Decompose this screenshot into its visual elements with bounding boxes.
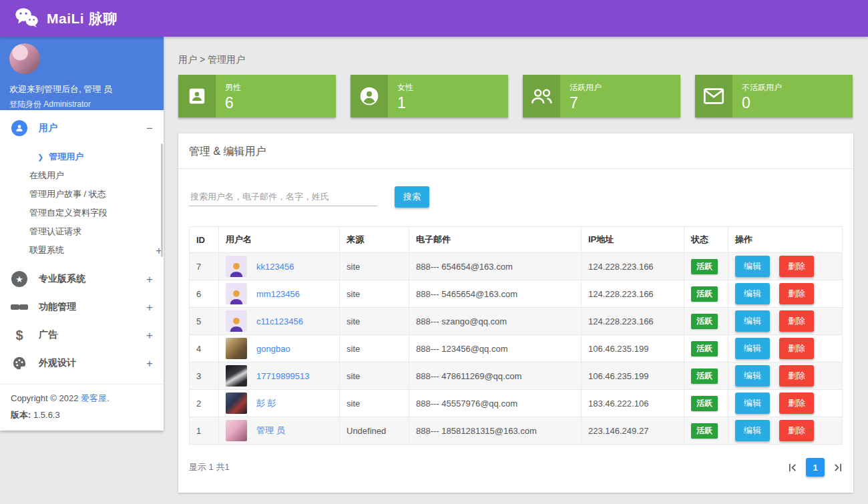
col-actions: 操作 [728,227,843,253]
stat-label: 男性 [225,82,241,93]
last-page-icon[interactable] [833,463,843,473]
sidebar-item-user-stories[interactable]: 管理用户故事 / 状态 [0,185,164,204]
first-page-icon[interactable] [788,463,798,473]
stat-cards: 男性 6 女性 1 活跃用户 7 [178,75,853,117]
expand-plus-icon[interactable]: + [146,274,153,285]
search-button[interactable]: 搜索 [395,186,429,208]
sidebar-item-pro-system[interactable]: ★ 专业版系统 + [0,265,164,293]
page-1-button[interactable]: 1 [806,458,825,477]
sidebar-item-verification-requests[interactable]: 管理认证请求 [0,222,164,241]
search-input[interactable] [189,188,377,206]
delete-button[interactable]: 删除 [779,338,814,359]
brand[interactable]: MaiLi 脉聊 [15,7,118,30]
delete-button[interactable]: 删除 [779,310,814,332]
female-person-icon [351,75,388,117]
copyright-period: . [107,393,110,403]
panel-title: 管理 & 编辑用户 [178,134,853,169]
app-title: MaiLi 脉聊 [47,9,118,28]
cell-ip: 124.228.223.166 [582,308,684,335]
col-source: 来源 [340,227,409,253]
welcome-text: 欢迎来到管理后台, 管理 员 [9,83,154,95]
user-avatar [226,338,247,359]
table-row: 4 gongbao site 888--- 123456@qq.com 106.… [190,335,843,362]
cell-id: 4 [190,335,219,362]
expand-plus-icon[interactable]: + [146,358,153,369]
table-row: 1 管理 员 Undefined 888--- 18581281315@163.… [190,417,843,445]
user-avatar [226,283,247,304]
delete-button[interactable]: 删除 [779,365,814,387]
delete-button[interactable]: 删除 [779,393,814,414]
users-table: ID 用户名 来源 电子邮件 IP地址 状态 操作 7 kk123456 sit… [189,226,843,445]
delete-button[interactable]: 删除 [779,420,814,441]
expand-plus-icon[interactable]: + [146,330,153,341]
users-table-wrap: ID 用户名 来源 电子邮件 IP地址 状态 操作 7 kk123456 sit… [178,226,853,445]
sidebar-item-feature-management[interactable]: 功能管理 + [0,293,164,321]
app-header: MaiLi 脉聊 [0,0,868,37]
status-badge: 活跃 [691,368,718,384]
stat-card-male: 男性 6 [178,75,336,117]
edit-button[interactable]: 编辑 [735,310,770,332]
cell-source: Undefined [340,417,409,445]
user-avatar [226,256,247,277]
sidebar-item-custom-fields[interactable]: 管理自定义资料字段 [0,204,164,222]
username-link[interactable]: gongbao [256,344,290,354]
username-link[interactable]: mm123456 [256,289,300,299]
profile-panel: 欢迎来到管理后台, 管理 员 登陆身份 Administrator [0,37,164,110]
username-link[interactable]: 彭 彭 [256,397,276,409]
edit-button[interactable]: 编辑 [735,338,770,359]
user-avatar [226,310,247,332]
edit-button[interactable]: 编辑 [735,283,770,304]
expand-plus-icon[interactable]: + [146,302,153,313]
stat-value: 0 [742,94,782,112]
user-icon [11,120,28,136]
sidebar-item-online-users[interactable]: 在线用户 [0,166,164,185]
cell-id: 3 [190,362,219,390]
version-label: 版本: [11,410,31,420]
stat-label: 活跃用户 [570,82,602,93]
active-users-icon [523,75,560,117]
edit-button[interactable]: 编辑 [735,420,770,441]
status-badge: 活跃 [691,396,718,411]
sidebar-item-users[interactable]: 用户 − [0,114,164,142]
username-link[interactable]: 管理 员 [256,425,285,437]
version-line: 版本: 1.5.6.3 [11,409,153,421]
table-row: 6 mm123456 site 888--- 5465654@163.com 1… [190,280,843,308]
delete-button[interactable]: 删除 [779,256,814,277]
stat-value: 1 [397,94,413,112]
table-row: 3 17719899513 site 888--- 478611269@qq.c… [190,362,843,390]
sidebar-item-label: 用户 [39,122,57,134]
sidebar-scrollbar[interactable] [161,144,163,257]
search-row: 搜索 [178,169,853,226]
user-avatar [226,393,247,414]
sidebar-item-manage-users[interactable]: ❯ 管理用户 [0,148,164,166]
collapse-minus-icon[interactable]: − [146,123,153,134]
col-ip: IP地址 [582,227,684,253]
stat-card-active-users: 活跃用户 7 [523,75,680,117]
sidebar-item-appearance[interactable]: 外观设计 + [0,349,164,377]
sidebar-item-label: 管理认证请求 [29,226,81,238]
chevron-right-icon: ❯ [37,153,43,162]
male-badge-icon [178,75,216,117]
username-link[interactable]: c11c123456 [256,316,303,326]
edit-button[interactable]: 编辑 [735,393,770,414]
edit-button[interactable]: 编辑 [735,365,770,387]
delete-button[interactable]: 删除 [779,283,814,304]
col-id: ID [190,227,219,253]
table-row: 2 彭 彭 site 888--- 45557976@qq.com 183.46… [190,390,843,417]
edit-button[interactable]: 编辑 [735,256,770,277]
user-avatar [226,420,247,441]
cell-source: site [340,280,409,308]
username-link[interactable]: 17719899513 [256,371,310,381]
stat-value: 7 [570,94,602,112]
cell-id: 1 [190,417,219,445]
username-link[interactable]: kk123456 [256,262,294,272]
cell-email: 888--- 478611269@qq.com [409,362,582,390]
cell-source: site [340,335,409,362]
col-username: 用户名 [219,227,340,253]
status-badge: 活跃 [691,286,718,302]
cell-ip: 106.46.235.199 [582,335,684,362]
vendor-link[interactable]: 爱客屋 [81,393,107,403]
sidebar-item-ads[interactable]: $ 广告 + [0,321,164,349]
sidebar-item-affiliate-system[interactable]: 联盟系统 + [0,241,164,260]
copyright-text: Copyright © 2022 [11,393,81,403]
